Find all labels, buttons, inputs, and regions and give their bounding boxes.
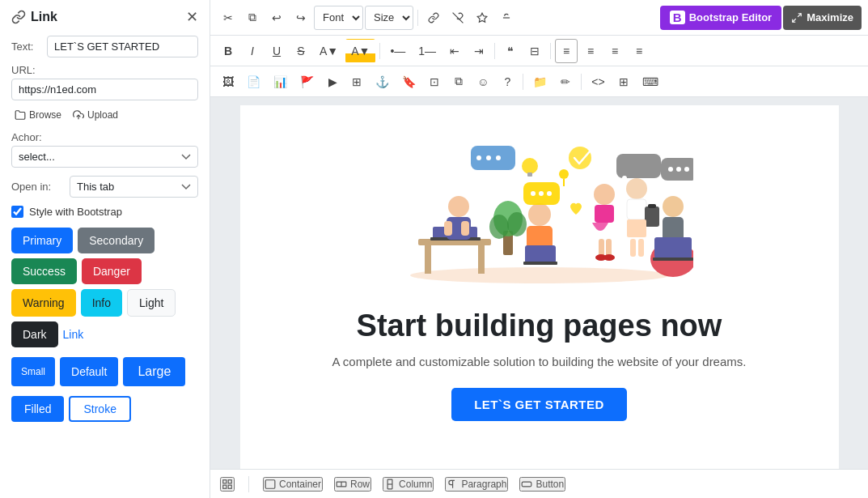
browse-row3-button[interactable]: 📁	[527, 70, 553, 94]
large-size-button[interactable]: Large	[123, 357, 185, 386]
flag-button[interactable]: 🚩	[294, 70, 320, 94]
link-tb-icon	[428, 12, 439, 23]
video-button[interactable]: ▶	[321, 70, 344, 94]
strikethrough-tb-icon	[501, 12, 512, 23]
close-button[interactable]: ✕	[186, 10, 198, 24]
filled-style-button[interactable]: Filled	[11, 396, 64, 422]
size-select[interactable]: Size	[365, 6, 413, 30]
style-bootstrap-checkbox[interactable]	[11, 206, 23, 218]
bottom-button[interactable]: Button	[519, 477, 565, 492]
style-buttons-group: Filled Stroke	[11, 396, 198, 422]
outdent-button[interactable]: ⇤	[443, 39, 466, 63]
svg-point-60	[684, 167, 689, 172]
font-select[interactable]: Font	[314, 6, 363, 30]
template-button[interactable]: ⧉	[447, 70, 470, 94]
strikethrough-button[interactable]: S	[290, 39, 312, 63]
align-justify-button[interactable]: ≡	[628, 39, 650, 63]
indent-button[interactable]: ⇥	[468, 39, 490, 63]
pdf-button[interactable]: 📄	[241, 70, 266, 94]
browse-button[interactable]: Browse	[11, 107, 65, 123]
svg-rect-48	[616, 154, 661, 178]
svg-point-23	[507, 212, 527, 236]
separator-5	[523, 74, 523, 90]
link-tb-button[interactable]	[422, 6, 445, 30]
svg-point-50	[612, 176, 617, 181]
underline-button[interactable]: U	[265, 39, 288, 63]
hero-cta-button[interactable]: LET`S GET STARTED	[451, 388, 627, 421]
info-button[interactable]: Info	[81, 289, 122, 317]
dark-button[interactable]: Dark	[11, 321, 58, 347]
copy-button[interactable]: ⧉	[241, 6, 264, 30]
bottom-row[interactable]: Row	[334, 477, 371, 492]
bottom-column[interactable]: Column	[383, 477, 434, 492]
toolbar-row-2: B I U S A▼ A▼ •— 1— ⇤ ⇥ ❝ ⊟ ≡ ≡ ≡ ≡	[210, 36, 868, 66]
default-size-button[interactable]: Default	[60, 357, 118, 386]
secondary-button[interactable]: Secondary	[78, 228, 155, 253]
highlight-button[interactable]	[471, 6, 493, 30]
text-input[interactable]	[47, 36, 198, 57]
strikethrough-tb-button[interactable]	[495, 6, 518, 30]
svg-rect-36	[595, 205, 614, 223]
blockquote-button[interactable]: ❝	[499, 39, 522, 63]
svg-point-31	[547, 191, 552, 196]
widget-button[interactable]: ⊡	[423, 70, 446, 94]
bootstrap-editor-button[interactable]: B Bootstrap Editor	[660, 6, 781, 30]
undo-button[interactable]: ↩	[265, 6, 288, 30]
table-button[interactable]: ⊞	[345, 70, 368, 94]
svg-point-18	[486, 155, 491, 160]
anchor-select[interactable]: select...	[11, 146, 198, 168]
light-button[interactable]: Light	[127, 289, 176, 317]
maximize-button[interactable]: Maximize	[783, 6, 862, 30]
bottom-layout-icon[interactable]	[220, 477, 235, 492]
color-buttons-group: Primary Secondary Success Danger Warning…	[11, 228, 198, 347]
italic-button[interactable]: I	[241, 39, 264, 63]
svg-rect-56	[653, 258, 693, 261]
paragraph-icon	[447, 479, 458, 490]
chart-button[interactable]: 📊	[268, 70, 293, 94]
svg-point-49	[603, 176, 608, 181]
help-button[interactable]: ?	[496, 70, 519, 94]
align-center-button[interactable]: ≡	[579, 39, 602, 63]
svg-point-29	[531, 191, 536, 196]
anchor-insert-button[interactable]: ⚓	[370, 70, 395, 94]
ol-button[interactable]: •—	[384, 39, 411, 63]
upload-button[interactable]: Upload	[70, 107, 121, 123]
bookmark-button[interactable]: 🔖	[396, 70, 421, 94]
svg-rect-26	[525, 245, 556, 263]
bg-color-button[interactable]: A▼	[345, 39, 375, 63]
svg-rect-37	[599, 239, 604, 257]
edit-image-button[interactable]: ✏	[554, 70, 577, 94]
font-color-button[interactable]: A▼	[314, 39, 344, 63]
unlink-button[interactable]	[447, 6, 469, 30]
stroke-style-button[interactable]: Stroke	[69, 396, 130, 422]
small-size-button[interactable]: Small	[11, 357, 55, 386]
link-style-button[interactable]: Link	[63, 321, 84, 347]
svg-line-5	[793, 19, 796, 22]
primary-button[interactable]: Primary	[11, 228, 73, 253]
bold-button[interactable]: B	[217, 39, 239, 63]
svg-point-35	[594, 184, 615, 205]
keyboard-button[interactable]: ⌨	[637, 70, 664, 94]
align-right-button[interactable]: ≡	[603, 39, 626, 63]
ul-button[interactable]: 1—	[413, 39, 442, 63]
blocks-button[interactable]: ⊞	[612, 70, 635, 94]
open-in-select[interactable]: This tab New tab	[70, 176, 198, 198]
success-button[interactable]: Success	[11, 258, 77, 284]
danger-button[interactable]: Danger	[82, 258, 142, 284]
upload-icon	[73, 109, 84, 121]
source-button[interactable]: <>	[586, 70, 610, 94]
redo-button[interactable]: ↪	[290, 6, 312, 30]
table-format-button[interactable]: ⊟	[523, 39, 546, 63]
align-left-button[interactable]: ≡	[555, 39, 578, 63]
bottom-paragraph[interactable]: Paragraph	[445, 477, 508, 492]
url-input[interactable]	[11, 79, 198, 100]
image-button[interactable]: 🖼	[217, 70, 239, 94]
warning-button[interactable]: Warning	[11, 289, 76, 317]
toolbar-row-3: 🖼 📄 📊 🚩 ▶ ⊞ ⚓ 🔖 ⊡ ⧉ ☺ ? 📁 ✏ <> ⊞ ⌨	[210, 66, 868, 97]
bottom-container[interactable]: Container	[263, 477, 323, 492]
svg-point-40	[603, 254, 615, 261]
svg-rect-44	[648, 204, 656, 208]
emoji-button[interactable]: ☺	[472, 70, 494, 94]
svg-point-53	[663, 196, 684, 217]
cut-button[interactable]: ✂	[217, 6, 239, 30]
